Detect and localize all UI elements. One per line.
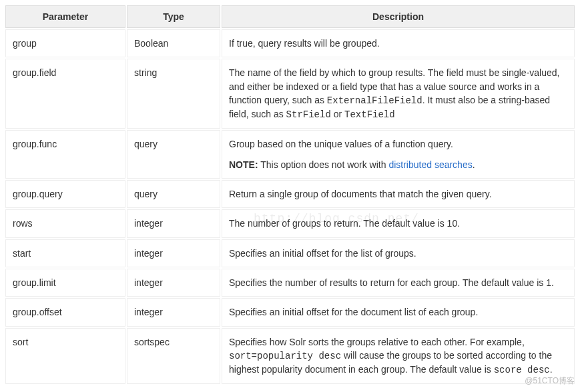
desc-cell: Specifies an initial offset for the list…	[222, 239, 575, 267]
desc-text: Group based on the unique values of a fu…	[229, 137, 567, 151]
param-cell: group.query	[5, 180, 125, 208]
type-cell: integer	[127, 298, 220, 326]
header-parameter: Parameter	[5, 5, 125, 28]
type-cell: integer	[127, 239, 220, 267]
parameters-table: Parameter Type Description group Boolean…	[4, 4, 576, 385]
header-type: Type	[127, 5, 220, 28]
param-cell: sort	[5, 328, 125, 385]
desc-text: .	[473, 159, 475, 170]
type-cell: integer	[127, 209, 220, 237]
desc-cell: The number of groups to return. The defa…	[222, 209, 575, 237]
desc-cell: Specifies the number of results to retur…	[222, 269, 575, 297]
desc-cell: Return a single group of documents that …	[222, 180, 575, 208]
table-row: sort sortspec Specifies how Solr sorts t…	[5, 328, 575, 385]
header-description: Description	[222, 5, 575, 28]
param-cell: start	[5, 239, 125, 267]
table-row: group.limit integer Specifies the number…	[5, 269, 575, 297]
table-row: rows integer The number of groups to ret…	[5, 209, 575, 237]
table-row: group.field string The name of the field…	[5, 59, 575, 129]
param-cell: group.offset	[5, 298, 125, 326]
desc-text: This option does not work with	[258, 159, 389, 170]
code-text: TextField	[344, 109, 395, 120]
desc-cell: If true, query results will be grouped.	[222, 29, 575, 57]
param-cell: group.field	[5, 59, 125, 129]
code-text: ExternalFileField	[327, 95, 422, 106]
table-row: start integer Specifies an initial offse…	[5, 239, 575, 267]
desc-cell: Specifies how Solr sorts the groups rela…	[222, 328, 575, 385]
param-cell: group.limit	[5, 269, 125, 297]
type-cell: Boolean	[127, 29, 220, 57]
type-cell: string	[127, 59, 220, 129]
param-cell: group	[5, 29, 125, 57]
code-text: StrField	[286, 109, 331, 120]
desc-cell: Group based on the unique values of a fu…	[222, 130, 575, 179]
param-cell: group.func	[5, 130, 125, 179]
table-row: group Boolean If true, query results wil…	[5, 29, 575, 57]
table-row: group.offset integer Specifies an initia…	[5, 298, 575, 326]
desc-text: or	[331, 109, 344, 119]
table-header-row: Parameter Type Description	[5, 5, 575, 28]
table-row: group.func query Group based on the uniq…	[5, 130, 575, 179]
type-cell: sortspec	[127, 328, 220, 385]
distributed-searches-link[interactable]: distributed searches	[388, 159, 472, 170]
desc-text: .	[550, 364, 553, 375]
desc-cell: The name of the field by which to group …	[222, 59, 575, 129]
table-row: group.query query Return a single group …	[5, 180, 575, 208]
type-cell: integer	[127, 269, 220, 297]
note-label: NOTE:	[229, 159, 258, 170]
desc-cell: Specifies an initial offset for the docu…	[222, 298, 575, 326]
param-cell: rows	[5, 209, 125, 237]
type-cell: query	[127, 180, 220, 208]
desc-text: Specifies how Solr sorts the groups rela…	[229, 337, 525, 347]
code-text: sort=popularity desc	[229, 351, 341, 361]
type-cell: query	[127, 130, 220, 179]
code-text: score desc	[494, 365, 550, 375]
